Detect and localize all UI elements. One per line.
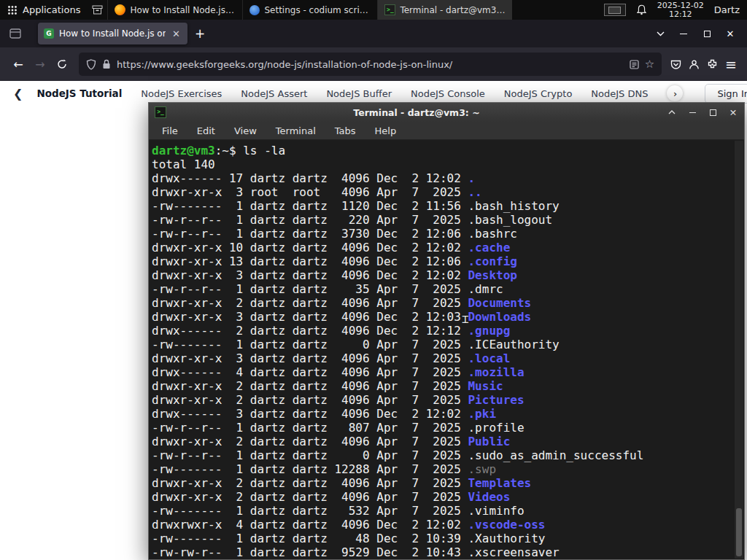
terminal-line: drwxr-xr-x 2 dartz dartz 4096 Apr 7 2025… <box>152 435 735 448</box>
terminal-line: -rw-r--r-- 1 dartz dartz 3730 Dec 2 12:0… <box>152 227 735 241</box>
workspace-switcher[interactable] <box>604 4 626 16</box>
firefox-icon <box>115 4 125 15</box>
back-button[interactable]: ← <box>7 53 29 75</box>
reader-mode-icon[interactable] <box>630 60 639 69</box>
terminal-line: drwx------ 17 dartz dartz 4096 Dec 2 12:… <box>152 171 735 185</box>
terminal-line: -rw------- 1 dartz dartz 12288 Apr 7 202… <box>152 462 735 476</box>
nav-link-exercises[interactable]: NodeJS Exercises <box>131 88 231 99</box>
reload-icon <box>57 59 67 69</box>
nav-link-tutorial[interactable]: NodeJS Tutorial <box>27 88 131 99</box>
pocket-icon[interactable] <box>670 59 681 70</box>
workspace-window-thumbnail <box>608 7 621 14</box>
menu-help[interactable]: Help <box>375 125 397 136</box>
terminal-shade-button[interactable] <box>667 110 677 114</box>
panel-clock[interactable]: 2025-12-02 12:12 <box>657 1 704 19</box>
nav-link-next[interactable]: Node <box>657 88 667 99</box>
nav-link-assert[interactable]: NodeJS Assert <box>231 88 317 99</box>
terminal-line: drwxrwxr-x 4 dartz dartz 4096 Dec 2 12:0… <box>152 518 735 532</box>
terminal-line: -rw------- 1 dartz dartz 0 Apr 7 2025 .I… <box>152 338 735 351</box>
terminal-close-button[interactable]: ✕ <box>728 107 738 118</box>
terminal-maximize-button[interactable] <box>708 109 718 116</box>
new-tab-button[interactable]: + <box>187 26 212 41</box>
applications-grid-icon <box>7 5 18 15</box>
tracking-shield-icon[interactable] <box>86 59 96 70</box>
url-text[interactable]: https://www.geeksforgeeks.org/node-js/in… <box>117 59 624 70</box>
taskbar-item-terminal[interactable]: >_ Terminal - dartz@vm3: ~ <box>377 0 512 20</box>
url-bar[interactable]: https://www.geeksforgeeks.org/node-js/in… <box>79 52 662 76</box>
terminal-line: -rw-r--r-- 1 dartz dartz 807 Apr 7 2025 … <box>152 421 735 435</box>
terminal-line: drwxr-xr-x 3 dartz dartz 4096 Apr 7 2025… <box>152 351 735 365</box>
terminal-line: -rw-r--r-- 1 dartz dartz 220 Apr 7 2025 … <box>152 213 735 227</box>
forward-button[interactable]: → <box>29 53 51 75</box>
tab-close-icon[interactable]: ✕ <box>171 28 182 39</box>
taskbar-item-label: Terminal - dartz@vm3: ~ <box>400 5 506 15</box>
top-panel: Applications How to Install Node.js o...… <box>0 0 747 20</box>
terminal-line: drwxr-xr-x 2 dartz dartz 4096 Apr 7 2025… <box>152 490 735 504</box>
terminal-line: drwx------ 3 dartz dartz 4096 Dec 2 12:0… <box>152 407 735 421</box>
applications-menu[interactable]: Applications <box>0 0 88 20</box>
terminal-minimize-button[interactable] <box>687 112 697 113</box>
nav-link-dns[interactable]: NodeJS DNS <box>581 88 657 99</box>
terminal-line: drwxr-xr-x 2 dartz dartz 4096 Apr 7 2025… <box>152 393 735 407</box>
terminal-line: drwxr-xr-x 3 root root 4096 Apr 7 2025 .… <box>152 185 735 199</box>
terminal-scrollbar-thumb[interactable] <box>736 508 742 556</box>
browser-tab[interactable]: G How to Install Node.js on ✕ <box>38 23 187 44</box>
bookmark-star-icon[interactable]: ☆ <box>645 58 654 71</box>
settings-app-icon <box>249 5 260 15</box>
mouse-ibeam-cursor: ⌶ <box>462 312 469 326</box>
terminal-line: drwxr-xr-x 3 dartz dartz 4096 Dec 2 12:0… <box>152 268 735 282</box>
terminal-line: -rw------- 1 dartz dartz 48 Dec 2 10:39 … <box>152 532 735 545</box>
terminal-line: -rw-r--r-- 1 dartz dartz 35 Apr 7 2025 .… <box>152 282 735 296</box>
taskbar-item-label: Settings - codium script... <box>264 5 371 15</box>
nav-scroll-left-icon[interactable]: ❮ <box>9 87 27 101</box>
terminal-window: >_ Terminal - dartz@vm3: ~ ✕ File Edit V… <box>148 102 745 560</box>
account-icon[interactable] <box>689 59 700 70</box>
padlock-icon[interactable] <box>102 59 111 69</box>
terminal-window-title: Terminal - dartz@vm3: ~ <box>166 107 667 118</box>
terminal-window-icon: >_ <box>155 106 166 118</box>
terminal-line: drwx------ 4 dartz dartz 4096 Apr 7 2025… <box>152 365 735 379</box>
menu-terminal[interactable]: Terminal <box>276 125 316 136</box>
menu-file[interactable]: File <box>162 125 178 136</box>
notification-bell-icon[interactable] <box>636 4 647 15</box>
terminal-line: drwxr-xr-x 2 dartz dartz 4096 Apr 7 2025… <box>152 476 735 490</box>
terminal-line: dartz@vm3:~$ ls -la <box>152 144 735 158</box>
nav-link-console[interactable]: NodeJS Console <box>401 88 495 99</box>
browser-close-button[interactable]: ✕ <box>719 24 741 43</box>
taskbar-item-settings[interactable]: Settings - codium script... <box>242 0 377 20</box>
desktop: Applications How to Install Node.js o...… <box>0 0 747 560</box>
nav-scroll-right-icon[interactable]: › <box>667 85 683 101</box>
applications-label: Applications <box>23 4 80 15</box>
firefox-view-button[interactable] <box>6 24 25 43</box>
gfg-favicon: G <box>44 28 54 39</box>
nav-link-buffer[interactable]: NodeJS Buffer <box>317 88 401 99</box>
terminal-line: -rw------- 1 dartz dartz 532 Apr 7 2025 … <box>152 504 735 518</box>
terminal-line: drwxr-xr-x 13 dartz dartz 4096 Dec 2 12:… <box>152 254 735 268</box>
terminal-app-icon: >_ <box>384 4 395 15</box>
menu-tabs[interactable]: Tabs <box>335 125 356 136</box>
menu-edit[interactable]: Edit <box>197 125 215 136</box>
terminal-output[interactable]: dartz@vm3:~$ ls -latotal 140drwx------ 1… <box>150 141 735 559</box>
tab-bar: G How to Install Node.js on ✕ + ✕ <box>0 20 747 47</box>
clock-time: 12:12 <box>657 10 704 19</box>
nav-link-crypto[interactable]: NodeJS Crypto <box>495 88 582 99</box>
extensions-puzzle-icon[interactable] <box>707 59 718 70</box>
taskbar-item-browser[interactable]: How to Install Node.js o... <box>107 0 242 20</box>
menu-view[interactable]: View <box>234 125 257 136</box>
terminal-line: drwx------ 2 dartz dartz 4096 Dec 2 12:1… <box>152 324 735 338</box>
navigation-toolbar: ← → ht <box>0 47 747 81</box>
terminal-line: -rw-rw-r-- 1 dartz dartz 9529 Dec 2 10:4… <box>152 545 735 559</box>
terminal-line: -rw-r--r-- 1 dartz dartz 0 Apr 7 2025 .s… <box>152 448 735 462</box>
browser-minimize-button[interactable] <box>673 24 694 43</box>
terminal-titlebar[interactable]: >_ Terminal - dartz@vm3: ~ ✕ <box>149 103 744 122</box>
file-manager-launcher[interactable] <box>88 0 107 20</box>
browser-maximize-button[interactable] <box>696 24 718 43</box>
terminal-line: -rw------- 1 dartz dartz 1120 Dec 2 11:5… <box>152 199 735 213</box>
list-tabs-chevron-icon[interactable] <box>649 24 671 43</box>
clock-date: 2025-12-02 <box>657 1 704 10</box>
reload-button[interactable] <box>51 53 73 75</box>
taskbar-item-label: How to Install Node.js o... <box>130 5 236 15</box>
terminal-scrollbar[interactable] <box>735 141 743 559</box>
sign-in-button[interactable]: Sign In <box>705 84 747 104</box>
menu-hamburger-icon[interactable]: ≡ <box>725 56 737 72</box>
